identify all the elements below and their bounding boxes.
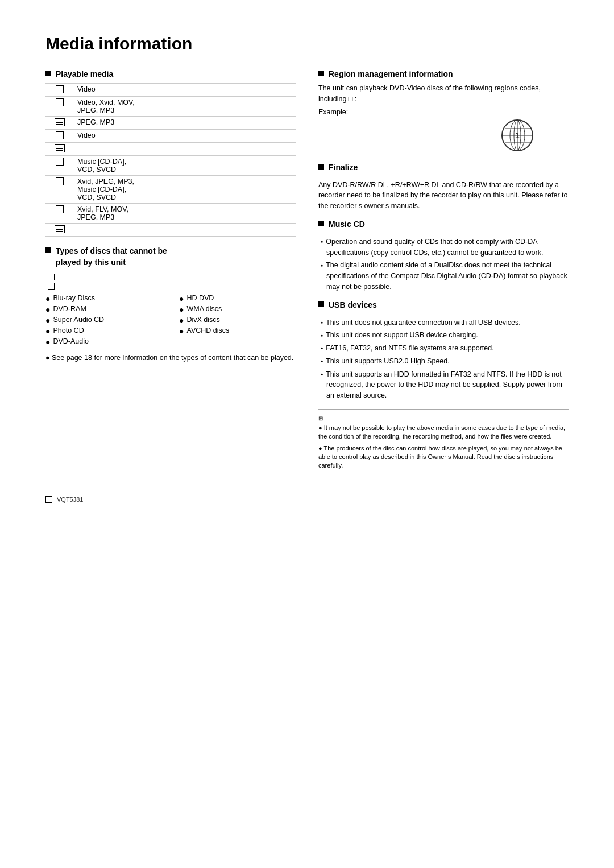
- bullet-dot: ●: [45, 316, 50, 324]
- disc-icon-cell: [45, 156, 74, 176]
- playable-media-table: Video Video, Xvid, MOV,JPEG, MP3 JPEG, M…: [45, 83, 296, 237]
- finalize-title: Finalize: [329, 163, 358, 172]
- two-column-layout: Playable media Video Video, Xvid, MOV,JP…: [45, 64, 569, 473]
- finalize-bullet-icon: [318, 164, 324, 170]
- footnote-section: ⊞ ● It may not be possible to play the a…: [318, 415, 569, 470]
- table-row: Music [CD-DA],VCD, SVCD: [45, 156, 296, 176]
- disc-icon-cell: [45, 176, 74, 204]
- table-row: JPEG, MP3: [45, 117, 296, 130]
- item-text: DVD-Audio: [53, 337, 89, 345]
- table-row: [45, 143, 296, 156]
- music-cd-header: Music CD: [318, 220, 569, 232]
- footnote-icon: ⊞: [318, 415, 569, 421]
- item-text: Photo CD: [53, 326, 84, 334]
- list-item: ● DivX discs: [179, 316, 296, 324]
- page-title: Media information: [45, 34, 569, 53]
- globe-container: 1: [318, 118, 534, 152]
- svg-text:1: 1: [515, 131, 520, 140]
- cannot-play-col2: ● HD DVD ● WMA discs ● DivX discs ●: [179, 294, 296, 348]
- disc-icon-lines: [55, 118, 65, 126]
- list-item: This unit does not guarantee connection …: [318, 317, 569, 328]
- table-row: [45, 224, 296, 237]
- globe-icon: 1: [500, 118, 534, 152]
- finalize-text: Any DVD-R/RW/R DL, +R/+RW/+R DL and CD-R…: [318, 180, 569, 212]
- table-row: Video: [45, 130, 296, 143]
- item-text: DVD-RAM: [53, 305, 86, 313]
- types-title: Types of discs that cannot beplayed by t…: [56, 246, 167, 267]
- left-column: Playable media Video Video, Xvid, MOV,JP…: [45, 64, 296, 473]
- disc-content-cell: Video: [74, 130, 296, 143]
- disc-icon-cell: [45, 204, 74, 224]
- list-item: ● DVD-RAM: [45, 305, 162, 313]
- bullet-dot: ●: [45, 305, 50, 313]
- disc-icon-cell: [45, 117, 74, 130]
- item-text: Super Audio CD: [53, 316, 104, 324]
- cannot-play-bullets: ● Blu-ray Discs ● DVD-RAM ● Super Audio …: [45, 294, 296, 348]
- usb-title: USB devices: [329, 300, 377, 309]
- list-item: ● WMA discs: [179, 305, 296, 313]
- region-section: Region management information The unit c…: [318, 69, 569, 152]
- item-text: WMA discs: [186, 305, 222, 313]
- disc-icon-square: [56, 158, 64, 166]
- footnote-text-2: ● The producers of the disc can control …: [318, 444, 569, 470]
- footer-square-icon: [45, 496, 52, 503]
- table-row: Video: [45, 84, 296, 97]
- usb-bullet-icon: [318, 301, 324, 307]
- playable-media-title: Playable media: [56, 69, 113, 78]
- right-column: Region management information The unit c…: [318, 64, 569, 473]
- disc-icon-cell: [45, 84, 74, 97]
- small-square-2: [48, 283, 55, 290]
- disc-icon-square: [56, 205, 64, 213]
- example-label: Example:: [318, 108, 569, 116]
- page-content: Media information Playable media Video V…: [45, 34, 569, 503]
- section-bullet-icon: [45, 71, 51, 76]
- small-squares-container: [48, 274, 296, 292]
- usb-bullets: This unit does not guarantee connection …: [318, 317, 569, 401]
- types-note: ● See page 18 for more information on th…: [45, 353, 296, 363]
- small-square-1: [48, 274, 55, 280]
- finalize-section: Finalize Any DVD-R/RW/R DL, +R/+RW/+R DL…: [318, 163, 569, 212]
- bullet-dot: ●: [179, 295, 184, 303]
- list-item: Operation and sound quality of CDs that …: [318, 237, 569, 258]
- list-item: The digital audio content side of a Dual…: [318, 260, 569, 292]
- region-title: Region management information: [329, 69, 453, 78]
- disc-content-cell: [74, 143, 296, 156]
- disc-content-cell: Video: [74, 84, 296, 97]
- music-cd-section: Music CD Operation and sound quality of …: [318, 220, 569, 292]
- types-title-block: Types of discs that cannot beplayed by t…: [56, 246, 167, 268]
- music-cd-bullets: Operation and sound quality of CDs that …: [318, 237, 569, 292]
- types-bullet-icon: [45, 247, 51, 253]
- disc-content-cell: JPEG, MP3: [74, 117, 296, 130]
- types-section: Types of discs that cannot beplayed by t…: [45, 246, 296, 363]
- list-item: This unit supports USB2.0 High Speed.: [318, 356, 569, 367]
- disc-icon-cell: [45, 130, 74, 143]
- disc-icon-cell: [45, 97, 74, 117]
- item-text: DivX discs: [186, 316, 219, 324]
- list-item: ● AVCHD discs: [179, 326, 296, 335]
- usb-section: USB devices This unit does not guarantee…: [318, 300, 569, 401]
- disc-icon-lines: [55, 225, 65, 233]
- footnote-symbol: ⊞: [318, 415, 323, 421]
- disc-icon-square: [56, 85, 64, 93]
- music-cd-title: Music CD: [329, 220, 365, 229]
- bullet-dot: ●: [179, 327, 184, 335]
- footer-code: VQT5J81: [57, 496, 83, 503]
- region-text: The unit can playback DVD-Video discs of…: [318, 83, 569, 105]
- disc-icon-cell: [45, 143, 74, 156]
- bullet-dot: ●: [179, 305, 184, 313]
- list-item: ● Super Audio CD: [45, 316, 162, 324]
- music-cd-bullet-icon: [318, 221, 324, 226]
- bullet-dot: ●: [45, 295, 50, 303]
- item-text: Blu-ray Discs: [53, 294, 95, 302]
- usb-header: USB devices: [318, 300, 569, 313]
- disc-icon-square: [56, 177, 64, 185]
- list-item: ● HD DVD: [179, 294, 296, 303]
- region-bullet-icon: [318, 71, 324, 76]
- footer: VQT5J81: [45, 473, 569, 503]
- table-row: Video, Xvid, MOV,JPEG, MP3: [45, 97, 296, 117]
- bullet-dot: ●: [45, 338, 50, 346]
- disc-content-cell: Xvid, FLV, MOV,JPEG, MP3: [74, 204, 296, 224]
- types-header: Types of discs that cannot beplayed by t…: [45, 246, 296, 268]
- divider: [318, 409, 569, 410]
- disc-icon-square: [56, 98, 64, 106]
